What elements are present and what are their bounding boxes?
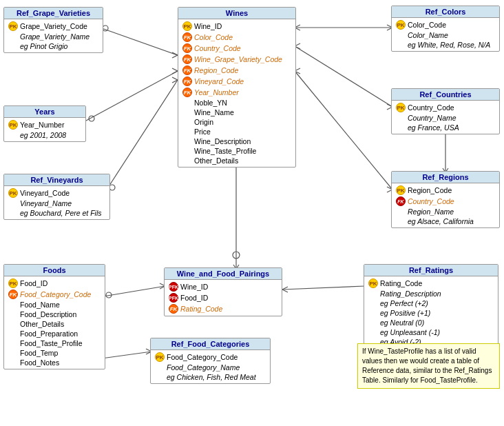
field-text: Price [194,128,211,136]
field-text: Wine_Taste_Profile [194,147,256,155]
field-row: Other_Details [7,319,102,329]
field-row: FK Country_Code [181,43,293,54]
entity-header-wine-food-pairings: Wine_and_Food_Pairings [165,268,282,280]
field-row: Wine_Description [181,136,293,146]
field-text: Country_Name [408,114,456,122]
field-text: Noble_YN [194,99,227,107]
field-text: Country_Code [408,197,454,205]
field-text: eg 2001, 2008 [20,131,66,139]
field-row: Vineyard_Name [7,199,107,208]
field-text: Food_Name [20,301,60,309]
svg-point-37 [106,292,112,298]
field-text: Year_Number [20,121,64,129]
field-text: eg White, Red, Rose, N/A [408,41,490,49]
entity-header-ref-ratings: Ref_Ratings [364,265,498,276]
field-row: FK Country_Code [395,196,496,207]
field-text: Food_Temp [20,349,58,357]
field-text: eg Positive (+1) [380,309,430,317]
pk-badge: PK [8,188,18,198]
fk-badge: FK [182,77,192,86]
field-row: eg Perfect (+2) [367,298,495,308]
pk-badge: PK [396,20,406,30]
field-row: PK Country_Code [395,102,496,113]
svg-line-41 [282,287,288,290]
field-row: Region_Name [395,207,496,216]
field-row: eg France, USA [395,123,496,132]
field-text: Food_Category_Name [167,363,240,372]
field-text: Wine_ID [180,283,208,291]
entity-ref-colors: Ref_Colors PK Color_Code Color_Name eg W… [391,6,500,52]
field-text: Food_Notes [20,358,59,367]
svg-point-3 [103,26,108,31]
field-row: Wine_Name [181,108,293,117]
entity-header-ref-vineyards: Ref_Vineyards [4,174,109,186]
entity-header-ref-colors: Ref_Colors [392,6,499,18]
field-row: eg Neutral (0) [367,318,495,327]
field-row: PFK Wine_ID [167,281,279,292]
entity-ref-regions: Ref_Regions PK Region_Code FK Country_Co… [391,171,500,228]
field-row: FK Wine_Grape_Variety_Code [181,54,293,65]
entity-ref-grape-varieties: Ref_Grape_Varieties PK Grape_Variety_Cod… [3,7,103,53]
field-row: Origin [181,117,293,127]
field-row: Wine_Taste_Profile [181,146,293,156]
pk-badge: PK [368,278,378,288]
field-text: Country_Code [408,103,454,112]
field-text: Color_Name [408,31,448,39]
fk-badge: FK [8,290,18,299]
field-row: eg Chicken, Fish, Red Meat [154,372,267,382]
field-row: Food_Preparation [7,329,102,338]
svg-point-33 [233,252,240,258]
field-text: eg Neutral (0) [380,318,424,327]
svg-line-6 [172,68,178,71]
pk-badge: PK [8,120,18,130]
entity-header-foods: Foods [4,265,105,276]
field-row: PK Food_Category_Code [154,352,267,363]
svg-line-11 [172,80,178,83]
field-row: Food_Category_Name [154,363,267,372]
svg-line-8 [107,80,178,190]
field-text: eg Pinot Grigio [20,42,67,50]
entity-years: Years PK Year_Number eg 2001, 2008 [3,105,86,142]
field-row: PK Food_ID [7,278,102,289]
field-row: Food_Taste_Profile [7,338,102,348]
field-row: eg 2001, 2008 [7,130,83,140]
fk-badge: FK [182,43,192,53]
field-row: FK Vineyard_Code [181,76,293,87]
pfk-badge: PFK [169,293,178,303]
field-text: Rating_Code [380,279,422,287]
field-text: Year_Number [194,88,239,97]
field-row: Food_Name [7,300,102,310]
field-text: Food_Category_Code [167,353,238,361]
field-row: Other_Details [181,156,293,165]
fk-badge: FK [169,304,178,314]
svg-line-4 [86,71,178,121]
field-row: PK Rating_Code [367,278,495,289]
field-row: PK Year_Number [7,119,83,130]
field-row: Country_Name [395,113,496,123]
field-row: FK Region_Code [181,65,293,76]
field-text: Wine_ID [194,22,222,30]
svg-line-0 [100,28,178,55]
field-row: Noble_YN [181,98,293,108]
field-text: eg Chicken, Fish, Red Meat [167,373,256,381]
field-row: PK Grape_Variety_Code [7,21,100,32]
field-text: Vineyard_Code [194,77,244,85]
field-row: PK Vineyard_Code [7,187,107,199]
pk-badge: PK [155,352,165,362]
field-row: Color_Name [395,30,496,40]
svg-line-7 [172,71,178,74]
field-row: PK Color_Code [395,19,496,30]
fk-badge: FK [182,65,192,75]
field-row: Food_Description [7,310,102,319]
entity-header-ref-food-categories: Ref_Food_Categories [151,338,270,350]
field-text: Rating_Description [380,290,441,298]
field-text: Rating_Code [180,305,222,313]
field-row: eg Alsace, California [395,216,496,226]
field-text: Region_Code [408,186,452,194]
field-text: Wine_Grape_Variety_Code [194,55,282,63]
field-text: Wine_Name [194,108,234,116]
field-row: Food_Temp [7,348,102,358]
svg-point-9 [109,185,115,190]
field-text: Food_ID [180,294,208,302]
pk-badge: PK [396,103,406,112]
